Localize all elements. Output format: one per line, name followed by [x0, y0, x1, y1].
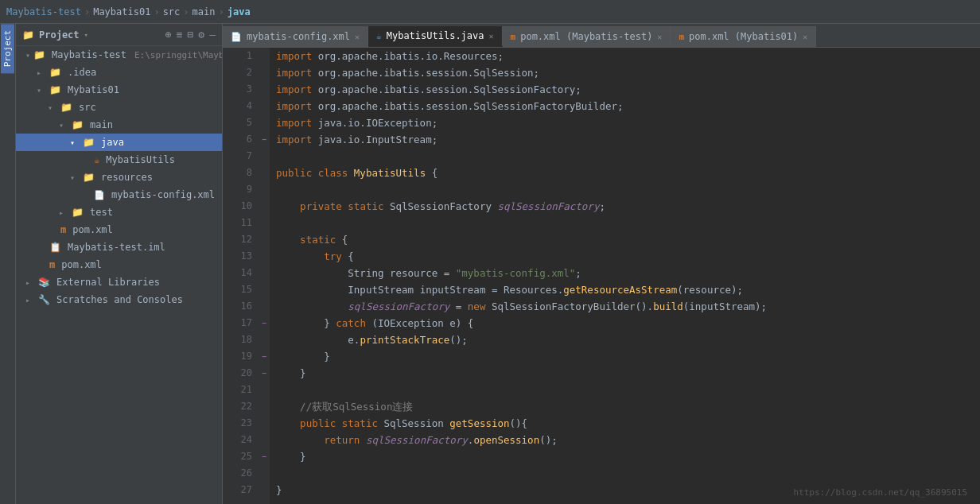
sidebar-title-label: Project [39, 29, 80, 41]
tree-icon-maybatis-iml: 📋 [49, 242, 61, 253]
fold-mark [259, 248, 270, 265]
code-editor: 1234567891011121314151617181920212223242… [223, 48, 980, 504]
tree-label-scratches: Scratches and Consoles [56, 294, 183, 305]
fold-mark[interactable]: − [259, 315, 270, 331]
sidebar-item-mybatis01[interactable]: ▾📁Mybatis01 [16, 81, 222, 99]
breadcrumb-java[interactable]: java [228, 6, 251, 17]
code-line: import org.apache.ibatis.io.Resources; [276, 48, 980, 64]
code-line: } catch (IOException e) { [276, 315, 980, 331]
code-line: } [276, 348, 980, 365]
tab-bar: 📄mybatis-config.xml✕☕MybatisUtils.java✕m… [223, 24, 980, 48]
fold-mark[interactable]: − [259, 365, 270, 382]
code-line: public class MybatisUtils { [276, 165, 980, 181]
tab-label: MybatisUtils.java [387, 30, 484, 41]
tree-arrow-ext-lib: ▸ [25, 278, 35, 287]
xml-icon: 📄 [231, 32, 242, 42]
tab-pom-maybatis-tab[interactable]: mpom.xml (Maybatis-test)✕ [503, 26, 671, 47]
line-number: 18 [226, 331, 252, 348]
sidebar-item-src[interactable]: ▾📁src [16, 99, 222, 116]
sidebar-item-scratches[interactable]: ▸🔧Scratches and Consoles [16, 291, 222, 308]
tree-label-mybatis-config: mybatis-config.xml [111, 189, 215, 200]
tree-label-pom1: pom.xml [72, 224, 113, 235]
fold-mark [259, 398, 270, 415]
line-number: 1 [226, 48, 252, 64]
sidebar-item-test[interactable]: ▸📁test [16, 204, 222, 221]
tab-close-icon[interactable]: ✕ [489, 32, 494, 41]
code-line [276, 181, 980, 198]
code-content[interactable]: import org.apache.ibatis.io.Resources;im… [270, 48, 980, 504]
tab-pom-mybatis01-tab[interactable]: mpom.xml (Mybatis01)✕ [671, 26, 816, 47]
line-number: 6 [226, 131, 252, 148]
fold-mark [259, 81, 270, 98]
fold-gutter: −−−−− [259, 48, 270, 504]
breadcrumb-module[interactable]: Maybatis01 [93, 6, 150, 17]
java-icon: ☕ [376, 31, 382, 41]
tab-label: pom.xml (Maybatis-test) [520, 31, 652, 42]
settings-icon[interactable]: ⚙ [198, 29, 204, 41]
line-number: 9 [226, 181, 252, 198]
code-line: import org.apache.ibatis.session.SqlSess… [276, 81, 980, 98]
sidebar-item-mybatis-config[interactable]: 📄mybatis-config.xml [16, 186, 222, 204]
line-number: 16 [226, 298, 252, 315]
tree-arrow-java: ▾ [70, 138, 80, 147]
tab-mybatisutils-tab[interactable]: ☕MybatisUtils.java✕ [368, 26, 502, 47]
sidebar-item-mybatisutils[interactable]: ☕MybatisUtils [16, 151, 222, 169]
breadcrumb-main[interactable]: main [192, 6, 216, 17]
tree-label-project-root: Maybatis-test [52, 49, 126, 60]
collapse-icon[interactable]: ⊟ [188, 29, 194, 41]
tab-close-icon[interactable]: ✕ [355, 33, 360, 41]
sidebar-item-main[interactable]: ▾📁main [16, 116, 222, 134]
tab-label: pom.xml (Mybatis01) [689, 31, 798, 42]
sidebar-actions: ⊕ ≡ ⊟ ⚙ — [165, 29, 216, 41]
side-tab-project[interactable]: Project [1, 24, 14, 73]
fold-mark [259, 215, 270, 231]
locate-icon[interactable]: ⊕ [165, 29, 172, 41]
fold-mark [259, 98, 270, 114]
tree-icon-project-root: 📁 [33, 49, 45, 60]
line-number: 5 [226, 114, 252, 131]
tree-arrow-main: ▾ [59, 121, 68, 130]
line-number: 11 [226, 215, 252, 231]
tree-icon-mybatis-config: 📄 [94, 189, 105, 200]
watermark: https://blog.csdn.net/qq_36895015 [793, 487, 967, 498]
dropdown-icon[interactable]: ▾ [84, 31, 88, 39]
sidebar-item-project-root[interactable]: ▾📁Maybatis-testE:\springgit\Maybatis-tes… [16, 46, 222, 64]
breadcrumb-src[interactable]: src [163, 6, 181, 17]
tab-mybatis-config-tab[interactable]: 📄mybatis-config.xml✕ [223, 26, 368, 47]
fold-mark [259, 465, 270, 482]
fold-mark [259, 231, 270, 248]
tree-label-java: java [101, 137, 124, 148]
top-bar: Maybatis-test › Maybatis01 › src › main … [0, 0, 980, 24]
tab-close-icon[interactable]: ✕ [803, 33, 807, 41]
line-number: 19 [226, 348, 252, 365]
sidebar-item-resources[interactable]: ▾📁resources [16, 169, 222, 186]
project-icon: 📁 [22, 29, 34, 41]
sidebar-item-ext-lib[interactable]: ▸📚External Libraries [16, 273, 222, 291]
sidebar-item-maybatis-iml[interactable]: 📋Maybatis-test.iml [16, 238, 222, 256]
fold-mark [259, 265, 270, 281]
code-line: private static SqlSessionFactory sqlSess… [276, 198, 980, 215]
tree-label-pom2: pom.xml [61, 259, 102, 270]
tree-icon-test: 📁 [72, 207, 84, 218]
hide-icon[interactable]: — [209, 29, 216, 41]
tab-close-icon[interactable]: ✕ [657, 33, 662, 41]
line-number: 20 [226, 365, 252, 382]
sidebar-item-idea[interactable]: ▸📁.idea [16, 64, 222, 81]
fold-mark[interactable]: − [259, 131, 270, 148]
fold-mark [259, 482, 270, 498]
line-number: 12 [226, 231, 252, 248]
fold-mark [259, 415, 270, 432]
sidebar-item-pom1[interactable]: mpom.xml [16, 221, 222, 238]
tree-arrow-resources: ▾ [70, 173, 80, 182]
breadcrumb-project[interactable]: Maybatis-test [6, 6, 81, 17]
expand-icon[interactable]: ≡ [177, 29, 183, 41]
tree-icon-pom2: m [49, 259, 55, 270]
sidebar-item-java[interactable]: ▾📁java [16, 134, 222, 151]
code-line: String resource = "mybatis-config.xml"; [276, 265, 980, 281]
fold-mark[interactable]: − [259, 348, 270, 365]
fold-mark [259, 48, 270, 64]
sidebar-item-pom2[interactable]: mpom.xml [16, 256, 222, 273]
code-line: import org.apache.ibatis.session.SqlSess… [276, 64, 980, 81]
fold-mark[interactable]: − [259, 448, 270, 465]
side-tab: Project [0, 24, 16, 504]
